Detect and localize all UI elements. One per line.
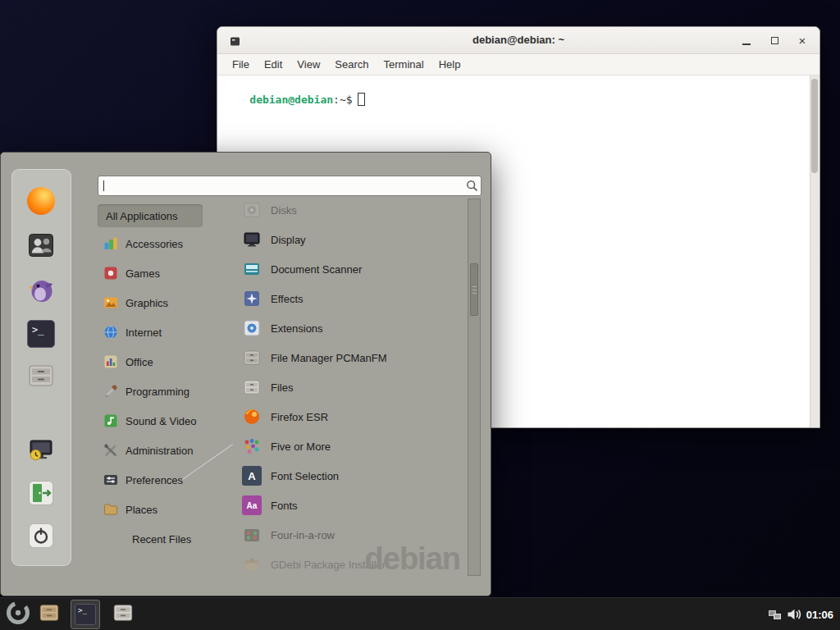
- app-five-or-more[interactable]: Five or More: [235, 434, 468, 459]
- app-label: Firefox ESR: [271, 411, 328, 423]
- menu-button[interactable]: [3, 600, 33, 629]
- terminal-titlebar[interactable]: debian@debian: ~ ×: [217, 27, 819, 54]
- package-box-icon: [242, 555, 262, 574]
- app-label: Document Scanner: [271, 263, 362, 276]
- category-internet[interactable]: Internet: [98, 320, 221, 345]
- app-label: Disks: [271, 204, 297, 217]
- search-input[interactable]: [98, 176, 482, 196]
- games-icon: [103, 265, 119, 281]
- favorite-firefox[interactable]: [27, 187, 55, 215]
- app-display[interactable]: Display: [235, 227, 468, 252]
- accessories-icon: [103, 235, 119, 252]
- prompt-user-host: debian@debian: [249, 94, 333, 106]
- menu-terminal[interactable]: Terminal: [377, 54, 431, 75]
- fonts-icon: Aa: [242, 495, 262, 515]
- clock[interactable]: 01:06: [806, 598, 833, 630]
- category-accessories[interactable]: Accessories: [98, 231, 221, 256]
- app-firefox-esr[interactable]: Firefox ESR: [235, 404, 468, 429]
- category-recent-files[interactable]: Recent Files: [98, 527, 221, 551]
- network-tray-icon[interactable]: [768, 609, 783, 625]
- favorite-users-app[interactable]: [27, 231, 55, 259]
- favorite-file-manager[interactable]: [27, 362, 55, 390]
- favorite-shutdown[interactable]: [27, 522, 55, 550]
- four-in-a-row-icon: [242, 525, 262, 545]
- favorite-logout[interactable]: [27, 479, 55, 507]
- file-manager-launcher[interactable]: [34, 600, 64, 629]
- applications-menu: >_ All Applications Accessories Games: [0, 152, 491, 596]
- menu-file[interactable]: File: [225, 54, 257, 75]
- category-office[interactable]: Office: [98, 349, 221, 374]
- terminal-scrollbar[interactable]: [810, 75, 819, 427]
- terminal-launcher[interactable]: >_: [71, 600, 100, 629]
- scrollbar-grip: [472, 290, 477, 290]
- firefox-icon: [27, 187, 55, 215]
- menu-search[interactable]: Search: [327, 54, 376, 75]
- category-label: Programming: [126, 386, 189, 398]
- app-files[interactable]: Files: [235, 375, 468, 399]
- close-button[interactable]: ×: [792, 27, 813, 54]
- programming-icon: [103, 383, 119, 399]
- category-label: Games: [126, 267, 160, 280]
- menu-help[interactable]: Help: [431, 54, 468, 75]
- favorite-lock-screen[interactable]: [27, 436, 55, 464]
- power-icon: [27, 538, 55, 552]
- menu-edit[interactable]: Edit: [257, 54, 290, 75]
- app-effects[interactable]: Effects: [235, 286, 468, 311]
- colored-dots-icon: [242, 436, 262, 456]
- category-sound-video[interactable]: Sound & Video: [98, 409, 221, 433]
- app-label: Display: [271, 234, 306, 246]
- terminal-menubar: File Edit View Search Terminal Help: [217, 54, 819, 75]
- apps-scrollbar[interactable]: [468, 199, 481, 576]
- extensions-gear-icon: [242, 318, 262, 338]
- category-label: Internet: [126, 326, 162, 339]
- terminal-scrollbar-thumb[interactable]: [811, 79, 818, 173]
- category-all-applications[interactable]: All Applications: [98, 204, 203, 227]
- terminal-cursor: [358, 93, 365, 106]
- category-label: Sound & Video: [126, 415, 197, 427]
- category-places[interactable]: Places: [98, 497, 221, 522]
- file-manager-icon: [39, 602, 60, 627]
- purple-bird-icon: [27, 293, 55, 307]
- apps-scrollbar-thumb[interactable]: [470, 263, 478, 316]
- category-administration[interactable]: Administration: [98, 438, 221, 463]
- category-label: Administration: [126, 445, 193, 457]
- app-disks[interactable]: Disks: [235, 198, 468, 222]
- firefox-icon: [242, 407, 262, 427]
- window-title: debian@debian: ~: [217, 34, 819, 46]
- favorite-chat-app[interactable]: [27, 276, 55, 304]
- category-label: Preferences: [126, 474, 183, 486]
- close-icon: ×: [799, 34, 806, 47]
- app-font-selection[interactable]: A Font Selection: [235, 463, 468, 488]
- category-games[interactable]: Games: [98, 261, 221, 285]
- desktop: { "terminal": { "title": "debian@debian:…: [0, 0, 840, 630]
- category-graphics[interactable]: Graphics: [98, 290, 221, 315]
- terminal-icon: >_: [75, 604, 96, 625]
- terminal-icon: >_: [27, 320, 55, 348]
- category-programming[interactable]: Programming: [98, 379, 221, 404]
- app-pcmanfm[interactable]: File Manager PCManFM: [235, 345, 468, 370]
- maximize-icon: [771, 37, 778, 44]
- scanner-icon: [242, 259, 262, 279]
- maximize-button[interactable]: [764, 27, 785, 54]
- search-icon: [466, 180, 478, 195]
- files-cabinet-icon: [242, 377, 262, 397]
- app-label: Five or More: [271, 441, 331, 453]
- app-label: Extensions: [271, 322, 323, 335]
- debian-watermark: debian: [365, 541, 460, 577]
- category-label: All Applications: [106, 210, 177, 222]
- app-fonts[interactable]: Aa Fonts: [235, 493, 468, 518]
- files-launcher[interactable]: [108, 600, 138, 629]
- scrollbar-grip: [472, 286, 477, 287]
- category-preferences[interactable]: Preferences: [98, 468, 221, 492]
- favorite-terminal[interactable]: >_: [27, 320, 55, 348]
- minimize-button[interactable]: [736, 27, 757, 54]
- menu-view[interactable]: View: [290, 54, 327, 75]
- volume-tray-icon[interactable]: [787, 608, 802, 624]
- category-label: Recent Files: [132, 533, 191, 546]
- app-document-scanner[interactable]: Document Scanner: [235, 257, 468, 281]
- bottom-panel: >_ 01:06: [0, 597, 840, 630]
- app-extensions[interactable]: Extensions: [235, 316, 468, 340]
- display-icon: [242, 230, 262, 249]
- pcmanfm-icon: [242, 348, 262, 368]
- category-label: Office: [126, 356, 153, 368]
